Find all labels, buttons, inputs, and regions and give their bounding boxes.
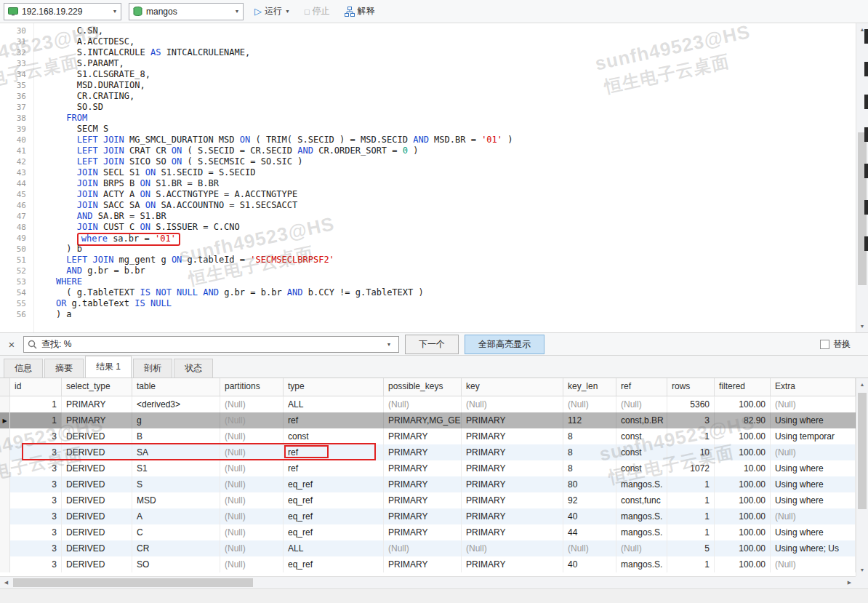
cell-extra: (Null) [771, 556, 856, 572]
column-header-possible_keys[interactable]: possible_keys [384, 378, 462, 396]
sql-editor[interactable]: 30 C.SN,31 A.ACCTDESC,32 S.INTCALCRULE A… [0, 23, 868, 332]
code-line: 39 SECM S [0, 124, 851, 135]
search-input[interactable]: 查找: % ▼ [23, 336, 399, 353]
grid-body: 1PRIMARY<derived3>(Null)ALL(Null)(Null)(… [0, 396, 868, 572]
run-label: 运行 [265, 5, 282, 17]
cell-rows: 1 [667, 476, 715, 492]
cell-key: PRIMARY [462, 428, 563, 444]
code-line: 30 C.SN, [0, 25, 851, 36]
scroll-up-icon[interactable]: ▲ [856, 378, 868, 391]
column-header-select_type[interactable]: select_type [62, 378, 132, 396]
cell-rows: 10 [667, 444, 715, 460]
column-header-table[interactable]: table [132, 378, 220, 396]
line-number: 36 [0, 91, 35, 102]
cell-ref: const [616, 444, 667, 460]
code-line: 32 S.INTCALCRULE AS INTCALCRULENAME, [0, 47, 851, 58]
horizontal-scrollbar-thumb[interactable] [13, 578, 253, 587]
cell-ref: mangos.S. [616, 556, 667, 572]
stop-button[interactable]: □ 停止 [301, 3, 334, 20]
line-number: 31 [0, 36, 35, 47]
scrollbar-marker [864, 127, 868, 142]
code-line: 54 ( g.TableTEXT IS NOT NULL AND g.br = … [0, 287, 851, 298]
cell-key_len: 92 [563, 492, 616, 508]
run-icon: ▷ [254, 7, 262, 16]
result-row[interactable]: 3DERIVEDA(Null)eq_refPRIMARYPRIMARY40man… [0, 508, 868, 524]
tab-2[interactable]: 结果 1 [85, 356, 132, 378]
replace-checkbox[interactable] [820, 340, 829, 349]
grid-scrollbar-thumb[interactable] [858, 393, 867, 509]
code-line: 40 LEFT JOIN MG_SMCL_DURATION MSD ON ( T… [0, 135, 851, 145]
grid-header: idselect_typetablepartitionstypepossible… [0, 378, 868, 396]
code-line: 33 S.PARAMT, [0, 58, 851, 69]
tab-3[interactable]: 剖析 [133, 359, 172, 378]
cell-type: eq_ref [284, 524, 384, 540]
cell-ref: const,b.BR [616, 412, 667, 428]
cell-id: 3 [10, 428, 62, 444]
result-row[interactable]: 3DERIVEDB(Null)constPRIMARYPRIMARY8const… [0, 428, 868, 444]
column-header-type[interactable]: type [284, 378, 384, 396]
cell-partitions: (Null) [220, 524, 284, 540]
cell-extra: Using where [771, 412, 856, 428]
scroll-down-icon[interactable]: ▼ [856, 320, 868, 332]
column-header-key_len[interactable]: key_len [563, 378, 616, 396]
column-header-rows[interactable]: rows [667, 378, 715, 396]
row-selector-gutter [0, 540, 10, 556]
code-line: 36 CR.CRATING, [0, 91, 851, 102]
cell-partitions: (Null) [220, 556, 284, 572]
stop-icon: □ [305, 7, 310, 16]
column-header-id[interactable]: id [10, 378, 62, 396]
cell-possible_keys: (Null) [384, 540, 462, 556]
explain-icon [345, 7, 355, 17]
tab-1[interactable]: 摘要 [44, 359, 84, 378]
row-selector-gutter [0, 556, 10, 572]
column-header-key[interactable]: key [462, 378, 563, 396]
column-header-ref[interactable]: ref [616, 378, 667, 396]
database-select[interactable]: mangos ▼ [129, 3, 244, 20]
cell-table: B [132, 428, 220, 444]
editor-vertical-scrollbar: ▲ ▼ [856, 23, 868, 332]
explain-button[interactable]: 解释 [341, 3, 379, 20]
cell-ref: mangos.S. [616, 524, 667, 540]
cell-possible_keys: PRIMARY [384, 508, 462, 524]
line-number: 44 [0, 178, 35, 189]
cell-ref: const [616, 428, 667, 444]
tab-4[interactable]: 状态 [174, 359, 213, 378]
cell-type: eq_ref [284, 556, 384, 572]
chevron-down-icon[interactable]: ▼ [383, 342, 395, 347]
scroll-right-icon[interactable]: ▶ [843, 577, 856, 588]
result-row[interactable]: 1PRIMARY<derived3>(Null)ALL(Null)(Null)(… [0, 396, 868, 412]
cell-key: PRIMARY [462, 460, 563, 476]
close-icon[interactable]: × [6, 338, 17, 351]
chevron-down-icon: ▼ [285, 9, 290, 14]
bottom-strip [0, 588, 868, 603]
result-row[interactable]: 3DERIVEDC(Null)eq_refPRIMARYPRIMARY44man… [0, 524, 868, 540]
result-row[interactable]: 3DERIVEDSO(Null)eq_refPRIMARYPRIMARY40ma… [0, 556, 868, 572]
result-row[interactable]: 3DERIVEDCR(Null)ALL(Null)(Null)(Null)(Nu… [0, 540, 868, 556]
tab-0[interactable]: 信息 [4, 359, 43, 378]
scroll-down-icon[interactable]: ▼ [856, 564, 868, 576]
cell-possible_keys: PRIMARY [384, 428, 462, 444]
cell-select_type: PRIMARY [62, 412, 132, 428]
line-number: 54 [0, 287, 35, 298]
line-number: 47 [0, 211, 35, 222]
find-bar: × 查找: % ▼ 下一个 全部高亮显示 替换 [0, 332, 868, 356]
find-next-button[interactable]: 下一个 [405, 335, 459, 354]
highlight-all-button[interactable]: 全部高亮显示 [465, 335, 544, 354]
result-row[interactable]: 3DERIVEDS1(Null)refPRIMARYPRIMARY8const1… [0, 460, 868, 476]
result-row[interactable]: 3DERIVEDMSD(Null)eq_refPRIMARYPRIMARY92c… [0, 492, 868, 508]
column-header-partitions[interactable]: partitions [220, 378, 284, 396]
line-number: 51 [0, 255, 35, 265]
result-row[interactable]: 3DERIVEDSA(Null)refPRIMARYPRIMARY8const1… [0, 444, 868, 460]
code-line: 31 A.ACCTDESC, [0, 36, 851, 47]
database-value: mangos [146, 7, 177, 17]
connection-select[interactable]: 192.168.19.229 ▼ [4, 3, 121, 20]
run-button[interactable]: ▷ 运行 ▼ [251, 3, 294, 20]
scroll-left-icon[interactable]: ◀ [0, 577, 12, 588]
result-row[interactable]: ▶1PRIMARYg(Null)refPRIMARY,MG_GEPRIMARY1… [0, 412, 868, 428]
column-header-filtered[interactable]: filtered [715, 378, 771, 396]
column-header-extra[interactable]: Extra [771, 378, 856, 396]
result-row[interactable]: 3DERIVEDS(Null)eq_refPRIMARYPRIMARY80man… [0, 476, 868, 492]
cell-extra: Using where [771, 524, 856, 540]
line-number: 46 [0, 200, 35, 211]
cell-id: 3 [10, 540, 62, 556]
